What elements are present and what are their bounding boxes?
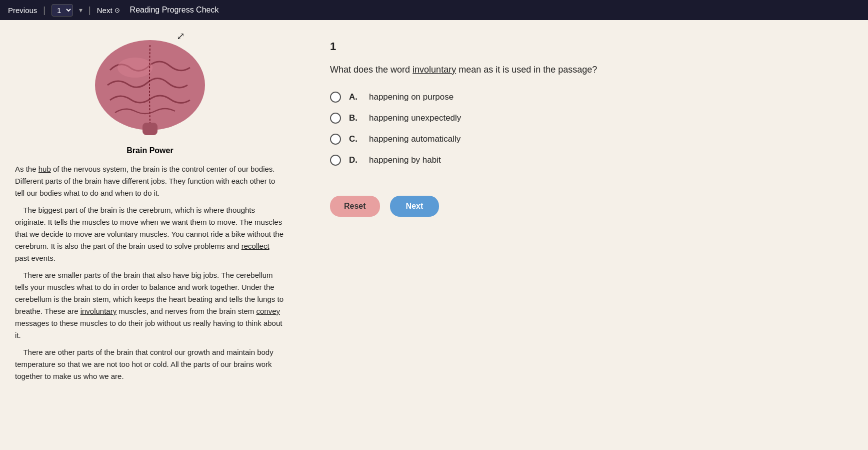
underline-convey: convey [256,307,280,315]
next-button[interactable]: Next [390,196,440,217]
image-caption: Brain Power [126,146,173,155]
option-d-letter: D. [349,155,361,165]
option-c[interactable]: C. happening automatically [330,134,838,145]
answer-options: A. happening on purpose B. happening une… [330,92,838,166]
option-b-text: happening unexpectedly [369,113,461,123]
page-title: Reading Progress Check [130,6,219,15]
separator2: | [88,5,91,16]
chevron-down-icon: ▾ [79,6,82,14]
radio-a[interactable] [330,92,341,103]
option-b-letter: B. [349,113,361,123]
action-buttons: Reset Next [330,196,838,217]
svg-rect-1 [142,123,158,135]
question-panel: 1 What does the word involuntary mean as… [300,20,868,450]
passage-paragraph-4: There are other parts of the brain that … [15,346,285,382]
passage-paragraph-3: There are smaller parts of the brain tha… [15,269,285,341]
option-c-text: happening automatically [369,134,460,144]
svg-point-2 [118,58,152,78]
question-text: What does the word involuntary mean as i… [330,63,838,77]
passage-paragraph-2: The biggest part of the brain is the cer… [15,204,285,264]
question-number: 1 [330,40,838,53]
option-b[interactable]: B. happening unexpectedly [330,113,838,124]
radio-c[interactable] [330,134,341,145]
expand-button[interactable]: ⤢ [176,30,185,42]
option-a[interactable]: A. happening on purpose [330,92,838,103]
passage-paragraph-1: As the hub of the nervous system, the br… [15,163,285,199]
next-icon: ⊙ [114,7,120,14]
separator: | [43,5,46,16]
option-a-letter: A. [349,92,361,102]
main-content: ⤢ [0,20,868,450]
next-button-topbar[interactable]: Next ⊙ [97,6,120,15]
underline-hub: hub [38,165,51,173]
question-underline-word: involuntary [412,65,456,75]
brain-image [85,30,215,140]
next-label-topbar: Next [97,6,112,15]
question-number-select[interactable]: 1 [52,4,73,17]
passage-panel: ⤢ [0,20,300,450]
passage-text: As the hub of the nervous system, the br… [15,163,285,382]
radio-b[interactable] [330,113,341,124]
option-a-text: happening on purpose [369,92,454,102]
option-d[interactable]: D. happening by habit [330,155,838,166]
previous-button[interactable]: Previous [8,6,37,15]
option-c-letter: C. [349,134,361,144]
underline-involuntary: involuntary [80,307,117,315]
option-d-text: happening by habit [369,155,441,165]
top-navigation-bar: Previous | 1 ▾ | Next ⊙ Reading Progress… [0,0,868,20]
reset-button[interactable]: Reset [330,196,380,217]
previous-label: Previous [8,6,37,15]
underline-recollect: recollect [242,242,270,250]
radio-d[interactable] [330,155,341,166]
brain-image-container: ⤢ [15,30,285,155]
